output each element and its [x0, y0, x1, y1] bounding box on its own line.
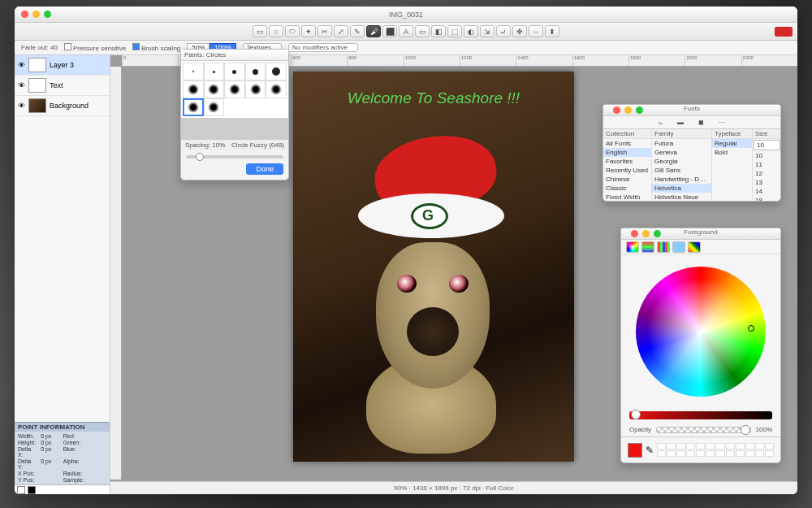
swatch-cell[interactable]: [765, 450, 774, 457]
list-item[interactable]: Recently Used: [603, 166, 651, 175]
list-item[interactable]: Futura: [652, 139, 711, 148]
layer-row[interactable]: 👁Layer 3: [15, 55, 110, 76]
current-color-swatch[interactable]: [628, 443, 642, 458]
swatch-cell[interactable]: [706, 443, 715, 449]
brush-cell[interactable]: [183, 63, 204, 80]
sliders-tab-icon[interactable]: [641, 241, 654, 253]
brush-cell[interactable]: [266, 80, 287, 98]
swatch-cell[interactable]: [745, 443, 754, 449]
canvas-headline-text[interactable]: Welcome To Seashore !!!: [293, 89, 574, 107]
tool-button-11[interactable]: ◧: [431, 25, 446, 37]
list-item[interactable]: 14: [753, 187, 780, 196]
fonts-panel[interactable]: Fonts ⎁ ▬ ◼ ⋯ CollectionAll FontsEnglish…: [603, 104, 781, 202]
visibility-icon[interactable]: 👁: [18, 81, 25, 89]
swatch-cell[interactable]: [715, 443, 724, 449]
swatch-cell[interactable]: [755, 450, 764, 457]
list-item[interactable]: English: [603, 148, 651, 157]
tool-button-1[interactable]: ○: [269, 25, 283, 37]
swatch-cell[interactable]: [657, 443, 666, 449]
tool-button-2[interactable]: ⬭: [285, 25, 300, 37]
list-item[interactable]: 18: [753, 196, 780, 201]
brush-cell[interactable]: [183, 80, 204, 98]
visibility-icon[interactable]: 👁: [18, 102, 25, 110]
list-item[interactable]: 11: [753, 160, 780, 169]
swatch-cell[interactable]: [736, 450, 745, 457]
tool-button-17[interactable]: ↔: [529, 25, 543, 37]
minimize-icon[interactable]: [624, 106, 632, 114]
tool-button-7[interactable]: 🖌: [366, 25, 381, 37]
tool-button-15[interactable]: ⤾: [496, 25, 511, 37]
strike-icon[interactable]: ▬: [677, 119, 684, 126]
brush-spacing-slider[interactable]: [186, 155, 283, 158]
swatch-cell[interactable]: [686, 443, 695, 449]
swatch-cell[interactable]: [726, 450, 735, 457]
list-item[interactable]: Helvetica Neue: [652, 193, 711, 201]
tool-button-12[interactable]: ⬚: [447, 25, 462, 37]
list-item[interactable]: 13: [753, 178, 780, 187]
zoom-icon[interactable]: [636, 106, 643, 114]
tool-button-8[interactable]: ⬛: [382, 25, 397, 37]
bg-swatch[interactable]: [28, 486, 36, 494]
list-item[interactable]: All Fonts: [603, 139, 651, 148]
swatch-cell[interactable]: [765, 443, 774, 449]
close-icon[interactable]: [613, 106, 620, 114]
tool-button-9[interactable]: A: [399, 25, 413, 37]
swatch-cell[interactable]: [715, 450, 724, 457]
opacity-slider[interactable]: [656, 427, 750, 433]
swatch-cell[interactable]: [706, 450, 715, 457]
brush-cell[interactable]: [245, 80, 266, 98]
swatch-cell[interactable]: [745, 450, 754, 457]
list-item[interactable]: 10: [753, 151, 780, 160]
swatch-cell[interactable]: [726, 443, 735, 449]
tool-button-6[interactable]: ✎: [350, 25, 365, 37]
list-item[interactable]: Handwriting - Dako: [652, 175, 711, 184]
brush-picker-panel[interactable]: Paints: Circles Spacing: 10% Circle Fuzz…: [180, 49, 289, 180]
tool-button-13[interactable]: ◐: [464, 25, 478, 37]
layer-row[interactable]: 👁Text: [15, 76, 110, 96]
color-icon[interactable]: ◼: [698, 119, 704, 126]
swatch-cell[interactable]: [686, 450, 695, 457]
swatch-cell[interactable]: [736, 443, 745, 449]
list-item[interactable]: Chinese: [603, 175, 651, 184]
brush-cell[interactable]: [204, 80, 225, 98]
color-wheel[interactable]: [636, 267, 766, 397]
pressure-checkbox[interactable]: [64, 43, 71, 50]
minimize-icon[interactable]: [642, 230, 650, 237]
list-item[interactable]: Geneva: [652, 148, 711, 157]
brush-cell[interactable]: [224, 63, 245, 80]
swatch-cell[interactable]: [657, 450, 666, 457]
palettes-tab-icon[interactable]: [657, 241, 670, 253]
list-item[interactable]: 12: [753, 169, 780, 178]
titlebar[interactable]: IMG_0031: [15, 7, 797, 23]
brightness-slider[interactable]: [629, 411, 772, 419]
brush-cell[interactable]: [204, 98, 225, 116]
layer-row[interactable]: 👁Background: [15, 96, 110, 116]
canvas-image[interactable]: [350, 161, 517, 445]
swatch-cell[interactable]: [696, 450, 705, 457]
tool-button-18[interactable]: ⬍: [545, 25, 559, 37]
brush-cell[interactable]: [266, 63, 287, 80]
swatch-cell[interactable]: [755, 443, 764, 449]
tool-button-16[interactable]: ✥: [512, 25, 527, 37]
list-item[interactable]: Favorites: [603, 157, 651, 166]
list-item[interactable]: Bold: [712, 148, 752, 157]
brush-cell[interactable]: [245, 63, 266, 80]
brush-cell[interactable]: [224, 80, 245, 98]
tool-button-4[interactable]: ✂: [317, 25, 332, 37]
tool-button-5[interactable]: ⤢: [334, 25, 348, 37]
wheel-tab-icon[interactable]: [626, 241, 639, 253]
crayons-tab-icon[interactable]: [688, 241, 701, 253]
size-field[interactable]: 10: [754, 140, 780, 150]
swatch-cell[interactable]: [696, 443, 705, 449]
visibility-icon[interactable]: 👁: [18, 61, 25, 69]
swatch-cell[interactable]: [667, 443, 676, 449]
swatch-cell[interactable]: [667, 450, 676, 457]
scaling-checkbox[interactable]: [132, 43, 140, 50]
tool-button-3[interactable]: ✦: [301, 25, 316, 37]
list-item[interactable]: Helvetica: [652, 184, 711, 193]
swatch-cell[interactable]: [676, 450, 685, 457]
image-tab-icon[interactable]: [672, 241, 685, 253]
zoom-icon[interactable]: [654, 230, 661, 237]
close-icon[interactable]: [631, 230, 638, 237]
list-item[interactable]: Gill Sans: [652, 166, 711, 175]
